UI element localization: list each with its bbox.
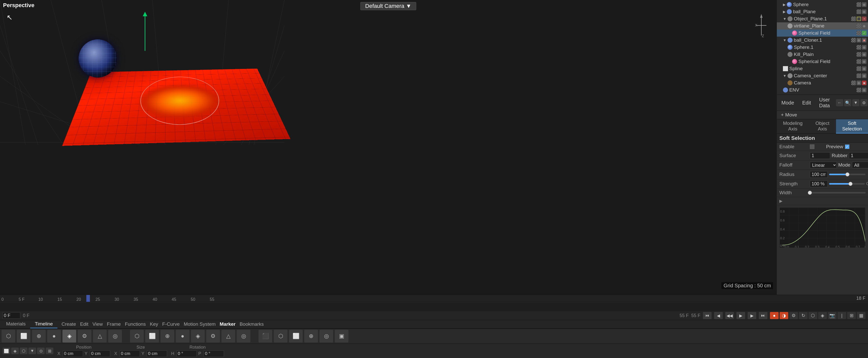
tool-icon-22[interactable]: ▣ [335, 330, 348, 342]
mode-button[interactable]: Mode [779, 100, 796, 106]
sel-icon-6[interactable]: ⊞ [46, 348, 53, 354]
tab-timeline[interactable]: Timeline [30, 320, 57, 328]
x-position-input[interactable] [63, 350, 83, 357]
tree-item-object-plane1[interactable]: ▼ Object_Plane.1 ⬛ ✕ [777, 15, 868, 22]
tree-item-virtlane[interactable]: virtlane_Plane ◎ [777, 22, 868, 29]
radius-thumb[interactable] [845, 172, 849, 176]
render-icon[interactable]: ◎ [862, 74, 866, 78]
y-size-input[interactable] [147, 350, 167, 357]
visibility-icon[interactable] [851, 38, 856, 43]
camera-icon-transport[interactable]: 📷 [828, 312, 837, 319]
visibility-icon[interactable] [851, 17, 856, 21]
tool-icon-13[interactable]: ◈ [191, 330, 205, 342]
tree-item-spline[interactable]: Spline ◎ [777, 65, 868, 72]
strength-input[interactable] [810, 181, 828, 187]
timeline-track[interactable] [0, 302, 868, 311]
tree-item-camera[interactable]: Camera ◎ ▣ [777, 79, 868, 86]
radius-input[interactable] [810, 171, 828, 178]
render-icon[interactable]: ◎ [862, 59, 866, 64]
key-menu[interactable]: Key [150, 321, 158, 327]
visibility-icon[interactable] [857, 66, 861, 71]
tree-item-ball-plane[interactable]: ▶ ball_Plane ◎ [777, 8, 868, 15]
tool-icon-11[interactable]: ⊕ [160, 330, 174, 342]
tool-icon-18[interactable]: ⬡ [274, 330, 287, 342]
tab-materials[interactable]: Materials [2, 320, 30, 328]
extra-icon[interactable]: ✕ [862, 17, 866, 21]
sel-icon-2[interactable]: ◈ [11, 348, 19, 354]
tool-icon-16[interactable]: ◎ [237, 330, 250, 342]
move-button[interactable]: + Move [777, 111, 868, 119]
tool-icon-21[interactable]: ◎ [319, 330, 333, 342]
sel-icon-3[interactable]: ⬡ [20, 348, 27, 354]
mode-icon-2[interactable]: ⬜ [17, 330, 30, 342]
frame-menu[interactable]: Frame [107, 321, 121, 327]
visibility-icon[interactable] [857, 31, 861, 35]
tool-icon-9[interactable]: ⬡ [130, 330, 144, 342]
active-icon-2[interactable]: ◑ [780, 312, 788, 319]
mode-icon-6[interactable]: ⚙ [78, 330, 91, 342]
tree-item-sphere[interactable]: ▶ Sphere ◎ [777, 1, 868, 8]
bookmarks-menu[interactable]: Bookmarks [240, 321, 264, 327]
visibility-icon[interactable] [857, 52, 861, 57]
loop-icon[interactable]: ↻ [799, 312, 808, 319]
filter-icon[interactable]: ▼ [852, 99, 859, 106]
y-position-input[interactable] [90, 350, 110, 357]
pin-icon[interactable]: ◈ [818, 312, 827, 319]
tree-item-camera-center[interactable]: ▼ Camera_center ◎ [777, 72, 868, 79]
render-icon[interactable]: ◎ [857, 81, 861, 85]
tree-item-spherical-field-1[interactable]: Spherical Field ✓ [777, 29, 868, 37]
jump-end-button[interactable]: ⏭ [759, 312, 768, 319]
back-icon[interactable]: ← [836, 99, 843, 106]
x-size-input[interactable] [120, 350, 140, 357]
motion-system-menu[interactable]: Motion System [184, 321, 216, 327]
navigation-cube[interactable]: Z X [754, 13, 769, 38]
strength-slider[interactable] [829, 183, 865, 185]
active-camera-icon[interactable]: ▣ [862, 81, 866, 85]
mode-icon-1[interactable]: ⬡ [2, 330, 15, 342]
marker-icon[interactable]: | [838, 312, 846, 319]
surface-input[interactable] [810, 152, 830, 159]
mode-icon-5[interactable]: ◈ [62, 330, 76, 342]
render-icon[interactable]: ◎ [862, 45, 866, 50]
strength-thumb[interactable] [848, 182, 852, 186]
camera-selector[interactable]: Default Camera ▼ [360, 2, 416, 10]
width-thumb[interactable] [808, 191, 812, 195]
tool-icon-17[interactable]: ⬛ [258, 330, 272, 342]
mode-icon-8[interactable]: ◎ [108, 330, 122, 342]
user-data-button[interactable]: User Data [817, 97, 832, 109]
tab-soft-selection[interactable]: Soft Selection [836, 119, 868, 134]
tool-icon-12[interactable]: ● [176, 330, 189, 342]
f-curve-menu[interactable]: F-Curve [162, 321, 180, 327]
mode-icon-7[interactable]: △ [93, 330, 107, 342]
mode-icon-4[interactable]: ● [47, 330, 61, 342]
p-rotation-input[interactable] [204, 350, 224, 357]
render-icon[interactable]: ◎ [862, 88, 866, 92]
edit-button[interactable]: Edit [800, 100, 813, 106]
more-icon[interactable]: ▦ [857, 312, 865, 319]
visibility-icon[interactable] [857, 2, 861, 7]
tab-modeling-axis[interactable]: Modeling Axis [777, 119, 809, 134]
visibility-icon[interactable] [857, 24, 861, 28]
prev-frame-button[interactable]: ◀ [714, 312, 723, 319]
create-menu[interactable]: Create [61, 321, 76, 327]
sel-icon-1[interactable]: ⬜ [3, 348, 10, 354]
expand-row[interactable]: ▶ [777, 197, 868, 205]
tool-icon-14[interactable]: ⚙ [206, 330, 220, 342]
render-icon[interactable]: ⬛ [857, 17, 861, 21]
visibility-icon[interactable] [851, 81, 856, 85]
tree-item-spherical-field-2[interactable]: Spherical Field ◎ [777, 58, 868, 65]
record-icon[interactable]: ● [770, 312, 779, 319]
enable-checkbox[interactable] [810, 144, 814, 149]
search-icon[interactable]: 🔍 [844, 99, 851, 106]
visibility-icon[interactable] [857, 88, 861, 92]
render-icon[interactable]: ◎ [862, 24, 866, 28]
rubber-input[interactable] [849, 152, 868, 159]
sel-icon-5[interactable]: ⊙ [37, 348, 45, 354]
visibility-icon[interactable] [857, 45, 861, 50]
tree-item-env[interactable]: ENV ◎ [777, 86, 868, 93]
settings-icon-transport[interactable]: ⚙ [789, 312, 798, 319]
marker-menu[interactable]: Marker [220, 321, 236, 327]
width-slider[interactable] [810, 192, 866, 193]
current-frame-input[interactable] [3, 312, 20, 319]
visibility-icon[interactable] [857, 59, 861, 64]
